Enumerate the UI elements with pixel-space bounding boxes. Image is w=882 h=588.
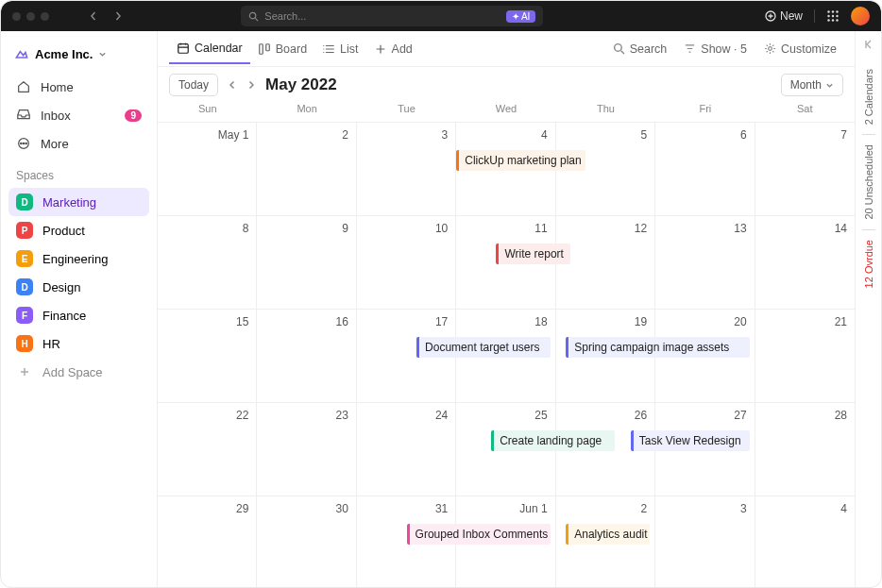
space-item-marketing[interactable]: DMarketing xyxy=(8,188,149,216)
rail-unscheduled[interactable]: 20 Unscheduled xyxy=(863,144,874,220)
workspace-selector[interactable]: Acme Inc. xyxy=(8,41,149,67)
calendar-cell[interactable]: 6 xyxy=(655,122,755,215)
space-item-hr[interactable]: HHR xyxy=(8,329,149,358)
user-avatar[interactable] xyxy=(851,7,870,25)
space-item-engineering[interactable]: EEngineering xyxy=(8,244,149,273)
window-controls[interactable] xyxy=(12,12,49,21)
svg-point-8 xyxy=(827,19,829,21)
nav-item-home[interactable]: Home xyxy=(8,73,149,101)
calendar-cell[interactable]: May 1 xyxy=(158,122,257,215)
svg-point-14 xyxy=(25,143,26,143)
day-of-week-header: SunMonTueWedThuFriSat xyxy=(158,103,855,122)
calendar-cell[interactable]: 9 xyxy=(257,215,356,309)
dow-label: Thu xyxy=(556,103,655,122)
prev-month-button[interactable] xyxy=(228,80,237,90)
view-tab-label: Board xyxy=(276,42,307,56)
svg-point-10 xyxy=(836,19,838,21)
nav-label: Inbox xyxy=(41,109,71,123)
apps-grid-icon[interactable] xyxy=(826,9,840,23)
calendar-cell[interactable]: 15 xyxy=(158,309,257,402)
calendar-cell[interactable]: 12 xyxy=(556,215,655,309)
toolbar-customize-button[interactable]: Customize xyxy=(757,39,843,59)
calendar-cell[interactable]: 10 xyxy=(357,215,456,309)
space-item-product[interactable]: PProduct xyxy=(8,216,149,244)
svg-point-3 xyxy=(832,10,834,12)
calendar-cell[interactable]: 24 xyxy=(357,402,456,496)
calendar-cell[interactable]: 23 xyxy=(257,402,356,496)
view-tab-add[interactable]: Add xyxy=(366,34,420,63)
calendar-cell[interactable]: 7 xyxy=(755,122,855,215)
svg-rect-15 xyxy=(178,44,189,54)
calendar-cell[interactable]: 13 xyxy=(655,215,755,309)
new-button[interactable]: New xyxy=(765,9,803,23)
calendar-event[interactable]: Task View Redesign xyxy=(631,430,750,451)
calendar: SunMonTueWedThuFriSat May 12345678910111… xyxy=(158,103,855,588)
space-label: Product xyxy=(42,224,85,238)
calendar-cell[interactable]: 4 xyxy=(755,496,855,588)
view-tab-board[interactable]: Board xyxy=(250,34,314,63)
calendar-cell[interactable]: 14 xyxy=(755,215,855,309)
rail-overdue[interactable]: 12 Ovrdue xyxy=(863,240,874,288)
plus-icon xyxy=(374,42,387,56)
chevron-down-icon xyxy=(825,81,834,90)
calendar-event[interactable]: Write report xyxy=(496,244,569,264)
nav-item-inbox[interactable]: Inbox9 xyxy=(8,101,149,129)
month-view-selector[interactable]: Month xyxy=(781,74,843,96)
date-number: 6 xyxy=(663,128,746,142)
calendar-cell[interactable]: 21 xyxy=(755,309,855,402)
date-number: 30 xyxy=(264,502,348,515)
view-tab-list[interactable]: List xyxy=(314,34,365,63)
space-item-finance[interactable]: FFinance xyxy=(8,301,149,329)
calendar-cell[interactable]: 30 xyxy=(257,496,356,588)
calendar-cell[interactable]: 2 xyxy=(257,122,356,215)
svg-point-19 xyxy=(769,47,772,51)
svg-rect-16 xyxy=(259,43,263,54)
nav-back-button[interactable] xyxy=(85,8,102,25)
calendar-cell[interactable]: 22 xyxy=(158,402,257,496)
calendar-event[interactable]: Spring campaign image assets xyxy=(566,337,749,358)
add-space-button[interactable]: Add Space xyxy=(8,358,149,386)
gear-icon xyxy=(764,42,776,55)
space-item-design[interactable]: DDesign xyxy=(8,273,149,301)
calendar-cell[interactable]: 8 xyxy=(158,215,257,309)
view-tab-calendar[interactable]: Calendar xyxy=(169,34,250,64)
calendar-event[interactable]: Analytics audit xyxy=(566,524,650,545)
calendar-cell[interactable]: 3 xyxy=(357,122,456,215)
next-month-button[interactable] xyxy=(246,80,256,90)
ai-badge[interactable]: ✦ AI xyxy=(506,10,535,23)
calendar-cell[interactable]: 29 xyxy=(158,496,257,588)
date-number: 29 xyxy=(165,502,248,515)
calendar-event[interactable]: Grouped Inbox Comments xyxy=(407,524,551,545)
svg-point-18 xyxy=(614,44,621,52)
workspace-name: Acme Inc. xyxy=(35,47,93,61)
dow-label: Fri xyxy=(655,103,755,122)
calendar-cell[interactable]: 28 xyxy=(755,402,855,496)
calendar-event[interactable]: Create landing page xyxy=(491,430,615,451)
svg-point-2 xyxy=(827,10,829,12)
space-label: Design xyxy=(42,280,80,294)
nav-label: Home xyxy=(41,80,74,94)
calendar-cell[interactable]: 16 xyxy=(257,309,356,402)
calendar-event[interactable]: ClickUp marketing plan xyxy=(456,150,585,171)
date-number: 20 xyxy=(663,315,746,328)
nav-item-more[interactable]: More xyxy=(8,129,149,158)
date-number: 8 xyxy=(165,222,248,235)
calendar-cell[interactable]: 3 xyxy=(655,496,755,588)
svg-point-6 xyxy=(832,15,834,17)
space-label: Engineering xyxy=(42,252,108,266)
date-number: 10 xyxy=(365,222,448,235)
date-number: 25 xyxy=(464,409,547,422)
plus-icon xyxy=(16,363,33,380)
date-number: 28 xyxy=(763,409,847,422)
date-number: 18 xyxy=(464,315,547,328)
global-search-input[interactable]: Search... ✦ AI xyxy=(241,6,543,26)
toolbar-show-button[interactable]: Show · 5 xyxy=(677,39,754,59)
calendar-event[interactable]: Document target users xyxy=(416,337,551,358)
toolbar-search-button[interactable]: Search xyxy=(606,39,674,59)
rail-calendars[interactable]: 2 Calendars xyxy=(863,69,874,125)
calendar-icon xyxy=(177,42,190,55)
expand-rail-icon[interactable] xyxy=(863,39,874,50)
nav-forward-button[interactable] xyxy=(110,8,127,25)
date-number: 13 xyxy=(663,222,746,235)
today-button[interactable]: Today xyxy=(169,74,218,96)
